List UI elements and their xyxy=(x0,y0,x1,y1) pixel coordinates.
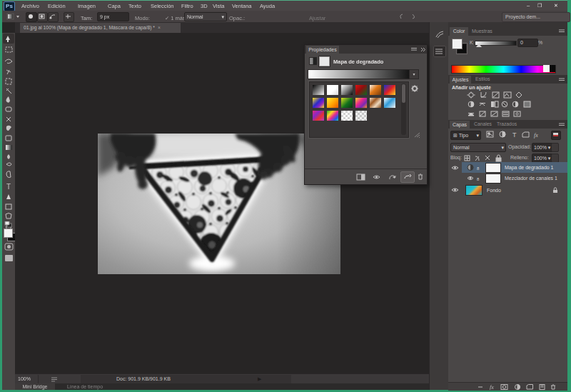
svg-text:T: T xyxy=(6,183,11,191)
svg-text:fx: fx xyxy=(490,384,494,390)
svg-text:T: T xyxy=(512,131,517,139)
svg-text:fx: fx xyxy=(534,132,538,139)
